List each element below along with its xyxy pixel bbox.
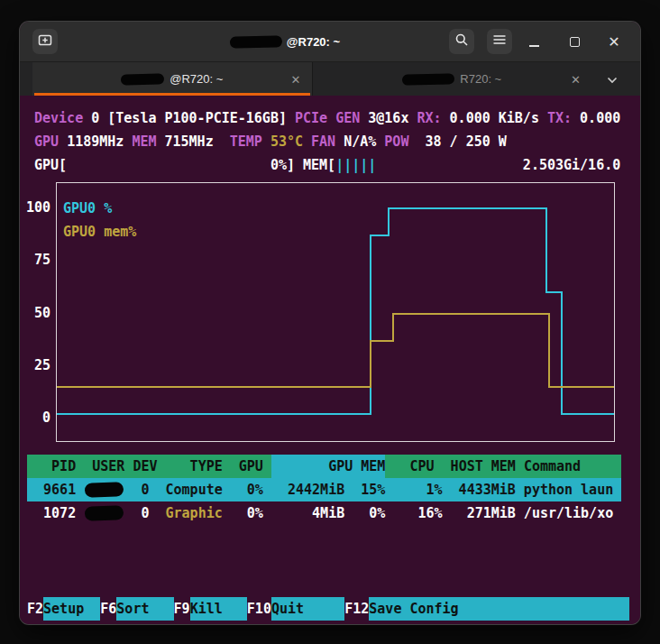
redacted-username — [230, 35, 282, 49]
maximize-icon — [570, 37, 580, 47]
maximize-button[interactable] — [562, 29, 587, 54]
minimize-button[interactable] — [521, 29, 546, 54]
menu-button[interactable] — [487, 29, 512, 54]
tab-2-close-icon[interactable]: ✕ — [571, 72, 581, 86]
close-icon: ✕ — [608, 33, 619, 51]
function-key-bar[interactable]: F2Setup F6Sort F9Kill F10Quit F12Save Co… — [27, 597, 629, 621]
window-title-text: @R720: ~ — [287, 35, 340, 49]
y-tick: 75 — [20, 248, 50, 271]
y-tick: 100 — [20, 196, 50, 219]
y-tick: 25 — [20, 354, 50, 377]
redacted-username — [402, 73, 454, 86]
device-info-line: Device 0 [Tesla P100-PCIE-16GB] PCIe GEN… — [34, 106, 620, 130]
gpu-utilization-line — [57, 208, 614, 414]
y-tick: 0 — [20, 406, 50, 429]
y-tick: 50 — [20, 301, 50, 325]
terminal-screen[interactable]: Device 0 [Tesla P100-PCIE-16GB] PCIe GEN… — [20, 96, 640, 624]
close-button[interactable]: ✕ — [601, 29, 627, 54]
tab-1-label: @R720: ~ — [170, 72, 223, 86]
process-table-row-selected[interactable]: 9661 0 Compute 0% 2442MiB 15% 1% 4433MiB… — [27, 478, 621, 501]
tab-1[interactable]: @R720: ~ ✕ — [32, 62, 312, 96]
clocks-temp-power-line: GPU 1189MHz MEM 715MHz TEMP 53°C FAN N/A… — [34, 130, 507, 153]
chart-legend: GPU0 % GPU0 mem% — [63, 197, 136, 244]
minimize-icon — [529, 45, 539, 47]
gpu-memory-line — [57, 314, 614, 388]
legend-gpu-percent: GPU0 % — [63, 197, 136, 220]
process-table-row[interactable]: 1072 0 Graphic 0% 4MiB 0% 16% 271MiB /us… — [27, 501, 613, 525]
tab-2[interactable]: R720: ~ ✕ — [312, 62, 592, 96]
legend-gpu-mem-percent: GPU0 mem% — [63, 220, 136, 244]
window-title: @R720: ~ — [128, 22, 442, 61]
titlebar[interactable]: @R720: ~ ✕ — [20, 22, 640, 61]
tab-new-icon — [38, 32, 52, 51]
terminal-window: @R720: ~ ✕ — [20, 22, 640, 624]
tab-list-button[interactable] — [591, 62, 633, 96]
redacted-username — [121, 73, 164, 85]
search-button[interactable] — [449, 29, 474, 54]
new-tab-button[interactable] — [32, 29, 58, 54]
tab-bar: @R720: ~ ✕ R720: ~ ✕ — [20, 61, 640, 96]
search-icon — [454, 32, 469, 51]
chevron-down-icon — [607, 71, 618, 87]
process-table-header[interactable]: PID USER DEV TYPE GPU GPU MEM CPU HOST M… — [27, 455, 621, 478]
tab-2-label: R720: ~ — [460, 72, 501, 86]
hamburger-menu-icon — [492, 32, 507, 51]
gpu-mem-bars-line: GPU[ 0%] MEM[||||| 2.503Gi/16.0 — [34, 153, 620, 177]
tab-1-close-icon[interactable]: ✕ — [291, 72, 301, 86]
utilization-history-chart — [56, 182, 615, 442]
